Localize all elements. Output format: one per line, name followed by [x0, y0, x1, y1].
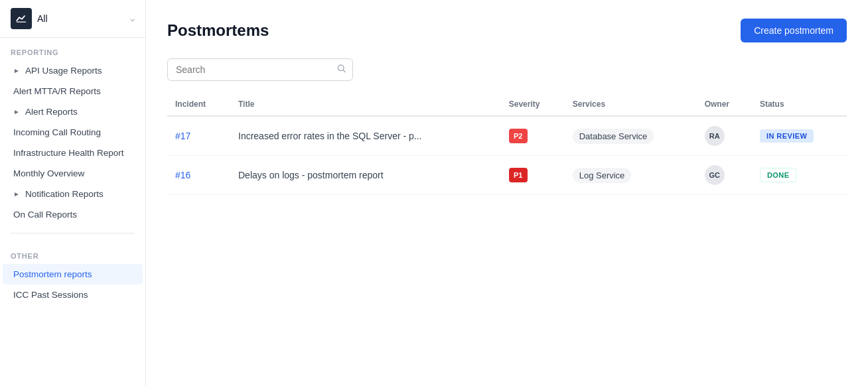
severity-badge: P2: [509, 129, 528, 143]
chevron-right-icon: ►: [13, 190, 20, 198]
col-incident: Incident: [167, 94, 230, 116]
col-title: Title: [230, 94, 501, 116]
postmortems-table: Incident Title Severity Services Owner S…: [167, 94, 847, 195]
sidebar-item-label: ICC Past Sessions: [13, 290, 88, 300]
chevron-right-icon: ►: [13, 67, 20, 74]
incident-link-cell: #16: [167, 156, 230, 195]
sidebar-item-on-call-reports[interactable]: On Call Reports: [3, 204, 143, 225]
owner-badge: GC: [705, 165, 725, 185]
table-body: #17 Increased error rates in the SQL Ser…: [167, 116, 847, 195]
table-container: Incident Title Severity Services Owner S…: [167, 94, 847, 195]
reporting-section-label: REPORTING: [0, 38, 145, 60]
search-container: [167, 58, 353, 81]
owner-cell: GC: [697, 156, 752, 195]
col-owner: Owner: [697, 94, 752, 116]
sidebar-item-api-usage[interactable]: ► API Usage Reports: [3, 60, 143, 81]
severity-cell: P1: [501, 156, 565, 195]
svg-rect-0: [17, 22, 26, 23]
sidebar-item-label: Alert Reports: [25, 107, 78, 117]
main-header: Postmortems Create postmortem: [167, 19, 847, 42]
sidebar-item-monthly-overview[interactable]: Monthly Overview: [3, 163, 143, 184]
severity-badge: P1: [509, 168, 528, 182]
create-postmortem-button[interactable]: Create postmortem: [741, 19, 847, 42]
sidebar-item-alert-reports[interactable]: ► Alert Reports: [3, 101, 143, 122]
row-title: Increased error rates in the SQL Server …: [238, 131, 422, 141]
service-badge: Database Service: [573, 129, 654, 144]
table-header: Incident Title Severity Services Owner S…: [167, 94, 847, 116]
logo-icon: [11, 8, 32, 29]
chevron-down-icon: ⌵: [130, 14, 135, 23]
col-severity: Severity: [501, 94, 565, 116]
service-badge: Log Service: [573, 168, 632, 183]
sidebar-item-label: On Call Reports: [13, 210, 77, 220]
sidebar-item-incoming-call[interactable]: Incoming Call Routing: [3, 122, 143, 143]
incident-link-cell: #17: [167, 116, 230, 156]
status-cell: IN REVIEW: [752, 116, 847, 156]
sidebar-item-label: Monthly Overview: [13, 168, 84, 178]
title-cell: Delays on logs - postmortem report: [230, 156, 501, 195]
status-cell: DONE: [752, 156, 847, 195]
sidebar-item-alert-mtta[interactable]: Alert MTTA/R Reports: [3, 81, 143, 101]
sidebar-item-label: API Usage Reports: [25, 66, 102, 76]
row-title: Delays on logs - postmortem report: [238, 170, 384, 180]
page-title: Postmortems: [167, 21, 269, 40]
incident-link[interactable]: #16: [175, 170, 190, 180]
sidebar: All ⌵ REPORTING ► API Usage Reports Aler…: [0, 0, 146, 386]
col-services: Services: [565, 94, 697, 116]
sidebar-item-notification-reports[interactable]: ► Notification Reports: [3, 184, 143, 204]
sidebar-divider: [11, 233, 135, 233]
severity-cell: P2: [501, 116, 565, 156]
col-status: Status: [752, 94, 847, 116]
owner-badge: RA: [705, 126, 725, 146]
sidebar-item-label: Notification Reports: [25, 189, 104, 199]
sidebar-item-infra-health[interactable]: Infrastructure Health Report: [3, 143, 143, 163]
sidebar-header[interactable]: All ⌵: [0, 0, 145, 38]
services-cell: Database Service: [565, 116, 697, 156]
incident-link[interactable]: #17: [175, 131, 190, 141]
status-badge: DONE: [760, 168, 797, 182]
chevron-right-icon: ►: [13, 108, 20, 115]
main-content: Postmortems Create postmortem Incident T…: [146, 0, 868, 386]
sidebar-item-icc-past-sessions[interactable]: ICC Past Sessions: [3, 285, 143, 305]
services-cell: Log Service: [565, 156, 697, 195]
sidebar-all-label: All: [37, 13, 125, 24]
status-badge: IN REVIEW: [760, 129, 814, 143]
table-row: #17 Increased error rates in the SQL Ser…: [167, 116, 847, 156]
other-section-label: OTHER: [0, 241, 145, 264]
sidebar-item-label: Postmortem reports: [13, 269, 92, 279]
sidebar-item-postmortem-reports[interactable]: Postmortem reports: [3, 264, 143, 285]
owner-cell: RA: [697, 116, 752, 156]
title-cell: Increased error rates in the SQL Server …: [230, 116, 501, 156]
sidebar-item-label: Alert MTTA/R Reports: [13, 86, 101, 96]
sidebar-item-label: Incoming Call Routing: [13, 127, 101, 137]
table-row: #16 Delays on logs - postmortem report P…: [167, 156, 847, 195]
search-input[interactable]: [167, 58, 353, 81]
sidebar-item-label: Infrastructure Health Report: [13, 148, 124, 158]
